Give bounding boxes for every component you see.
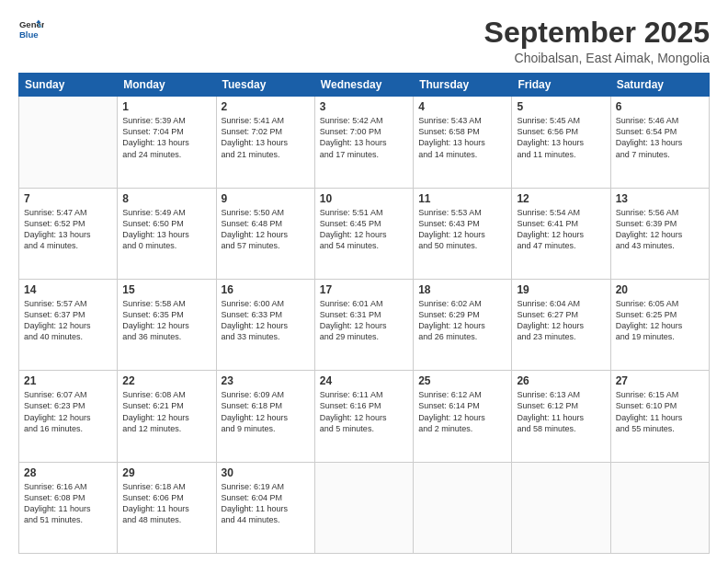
calendar-cell: 22Sunrise: 6:08 AM Sunset: 6:21 PM Dayli… xyxy=(118,371,216,462)
calendar-cell: 1Sunrise: 5:39 AM Sunset: 7:04 PM Daylig… xyxy=(118,97,216,188)
calendar-cell: 21Sunrise: 6:07 AM Sunset: 6:23 PM Dayli… xyxy=(19,371,118,462)
calendar-cell: 18Sunrise: 6:02 AM Sunset: 6:29 PM Dayli… xyxy=(414,279,512,370)
header: General Blue September 2025 Choibalsan, … xyxy=(18,17,710,65)
day-number: 2 xyxy=(222,100,310,113)
day-number: 28 xyxy=(24,466,112,479)
day-info: Sunrise: 6:08 AM Sunset: 6:21 PM Dayligh… xyxy=(122,389,210,434)
day-info: Sunrise: 6:15 AM Sunset: 6:10 PM Dayligh… xyxy=(616,389,704,434)
day-info: Sunrise: 6:11 AM Sunset: 6:16 PM Dayligh… xyxy=(320,389,408,434)
col-sunday: Sunday xyxy=(19,74,118,97)
day-info: Sunrise: 6:19 AM Sunset: 6:04 PM Dayligh… xyxy=(222,481,310,526)
logo: General Blue xyxy=(18,17,44,42)
logo-icon: General Blue xyxy=(18,17,44,42)
day-number: 5 xyxy=(517,100,605,113)
day-info: Sunrise: 5:56 AM Sunset: 6:39 PM Dayligh… xyxy=(616,207,704,252)
day-info: Sunrise: 6:16 AM Sunset: 6:08 PM Dayligh… xyxy=(24,481,112,526)
day-number: 24 xyxy=(320,374,408,387)
day-number: 16 xyxy=(222,283,310,296)
calendar-cell xyxy=(610,462,709,553)
day-number: 27 xyxy=(616,374,704,387)
calendar-cell: 7Sunrise: 5:47 AM Sunset: 6:52 PM Daylig… xyxy=(19,188,118,279)
calendar-cell xyxy=(314,462,413,553)
subtitle: Choibalsan, East Aimak, Mongolia xyxy=(484,51,710,65)
day-info: Sunrise: 5:51 AM Sunset: 6:45 PM Dayligh… xyxy=(320,207,408,252)
calendar-cell: 19Sunrise: 6:04 AM Sunset: 6:27 PM Dayli… xyxy=(512,279,610,370)
day-info: Sunrise: 5:53 AM Sunset: 6:43 PM Dayligh… xyxy=(418,207,506,252)
day-info: Sunrise: 6:18 AM Sunset: 6:06 PM Dayligh… xyxy=(122,481,210,526)
day-info: Sunrise: 5:41 AM Sunset: 7:02 PM Dayligh… xyxy=(222,115,310,160)
day-info: Sunrise: 6:02 AM Sunset: 6:29 PM Dayligh… xyxy=(418,298,506,343)
day-number: 30 xyxy=(222,466,310,479)
day-number: 4 xyxy=(418,100,506,113)
day-number: 10 xyxy=(320,192,408,205)
calendar-cell: 8Sunrise: 5:49 AM Sunset: 6:50 PM Daylig… xyxy=(118,188,216,279)
day-number: 6 xyxy=(616,100,704,113)
day-number: 25 xyxy=(418,374,506,387)
day-info: Sunrise: 5:58 AM Sunset: 6:35 PM Dayligh… xyxy=(122,298,210,343)
calendar-cell xyxy=(414,462,512,553)
day-info: Sunrise: 6:07 AM Sunset: 6:23 PM Dayligh… xyxy=(24,389,112,434)
day-number: 18 xyxy=(418,283,506,296)
calendar-cell: 12Sunrise: 5:54 AM Sunset: 6:41 PM Dayli… xyxy=(512,188,610,279)
day-number: 9 xyxy=(222,192,310,205)
day-number: 14 xyxy=(24,283,112,296)
calendar-cell: 28Sunrise: 6:16 AM Sunset: 6:08 PM Dayli… xyxy=(19,462,118,553)
day-info: Sunrise: 5:49 AM Sunset: 6:50 PM Dayligh… xyxy=(122,207,210,252)
calendar-cell: 4Sunrise: 5:43 AM Sunset: 6:58 PM Daylig… xyxy=(414,97,512,188)
calendar-cell: 10Sunrise: 5:51 AM Sunset: 6:45 PM Dayli… xyxy=(314,188,413,279)
title-area: September 2025 Choibalsan, East Aimak, M… xyxy=(484,17,710,65)
svg-text:General: General xyxy=(19,19,44,29)
day-info: Sunrise: 6:01 AM Sunset: 6:31 PM Dayligh… xyxy=(320,298,408,343)
col-wednesday: Wednesday xyxy=(314,74,413,97)
calendar-cell: 2Sunrise: 5:41 AM Sunset: 7:02 PM Daylig… xyxy=(216,97,314,188)
col-saturday: Saturday xyxy=(610,74,709,97)
week-row-2: 7Sunrise: 5:47 AM Sunset: 6:52 PM Daylig… xyxy=(19,188,710,279)
col-tuesday: Tuesday xyxy=(216,74,314,97)
calendar-cell: 9Sunrise: 5:50 AM Sunset: 6:48 PM Daylig… xyxy=(216,188,314,279)
day-info: Sunrise: 6:12 AM Sunset: 6:14 PM Dayligh… xyxy=(418,389,506,434)
calendar-cell: 6Sunrise: 5:46 AM Sunset: 6:54 PM Daylig… xyxy=(610,97,709,188)
day-info: Sunrise: 6:05 AM Sunset: 6:25 PM Dayligh… xyxy=(616,298,704,343)
day-number: 21 xyxy=(24,374,112,387)
calendar-cell: 20Sunrise: 6:05 AM Sunset: 6:25 PM Dayli… xyxy=(610,279,709,370)
week-row-5: 28Sunrise: 6:16 AM Sunset: 6:08 PM Dayli… xyxy=(19,462,710,553)
calendar-cell xyxy=(512,462,610,553)
day-number: 7 xyxy=(24,192,112,205)
col-thursday: Thursday xyxy=(414,74,512,97)
col-friday: Friday xyxy=(512,74,610,97)
day-number: 13 xyxy=(616,192,704,205)
day-info: Sunrise: 5:46 AM Sunset: 6:54 PM Dayligh… xyxy=(616,115,704,160)
day-info: Sunrise: 5:47 AM Sunset: 6:52 PM Dayligh… xyxy=(24,207,112,252)
day-number: 8 xyxy=(122,192,210,205)
week-row-3: 14Sunrise: 5:57 AM Sunset: 6:37 PM Dayli… xyxy=(19,279,710,370)
calendar-cell: 14Sunrise: 5:57 AM Sunset: 6:37 PM Dayli… xyxy=(19,279,118,370)
calendar-cell: 13Sunrise: 5:56 AM Sunset: 6:39 PM Dayli… xyxy=(610,188,709,279)
day-info: Sunrise: 5:45 AM Sunset: 6:56 PM Dayligh… xyxy=(517,115,605,160)
col-monday: Monday xyxy=(118,74,216,97)
calendar-table: Sunday Monday Tuesday Wednesday Thursday… xyxy=(18,73,710,554)
day-number: 12 xyxy=(517,192,605,205)
calendar-cell: 3Sunrise: 5:42 AM Sunset: 7:00 PM Daylig… xyxy=(314,97,413,188)
calendar-cell: 24Sunrise: 6:11 AM Sunset: 6:16 PM Dayli… xyxy=(314,371,413,462)
day-info: Sunrise: 5:50 AM Sunset: 6:48 PM Dayligh… xyxy=(222,207,310,252)
calendar-cell: 30Sunrise: 6:19 AM Sunset: 6:04 PM Dayli… xyxy=(216,462,314,553)
day-number: 11 xyxy=(418,192,506,205)
calendar-cell: 27Sunrise: 6:15 AM Sunset: 6:10 PM Dayli… xyxy=(610,371,709,462)
day-info: Sunrise: 5:39 AM Sunset: 7:04 PM Dayligh… xyxy=(122,115,210,160)
calendar-cell: 17Sunrise: 6:01 AM Sunset: 6:31 PM Dayli… xyxy=(314,279,413,370)
svg-text:Blue: Blue xyxy=(19,29,39,40)
calendar-body: 1Sunrise: 5:39 AM Sunset: 7:04 PM Daylig… xyxy=(19,97,710,554)
day-number: 15 xyxy=(122,283,210,296)
week-row-4: 21Sunrise: 6:07 AM Sunset: 6:23 PM Dayli… xyxy=(19,371,710,462)
day-info: Sunrise: 6:09 AM Sunset: 6:18 PM Dayligh… xyxy=(222,389,310,434)
calendar-cell: 29Sunrise: 6:18 AM Sunset: 6:06 PM Dayli… xyxy=(118,462,216,553)
day-info: Sunrise: 5:42 AM Sunset: 7:00 PM Dayligh… xyxy=(320,115,408,160)
day-number: 19 xyxy=(517,283,605,296)
calendar-cell: 5Sunrise: 5:45 AM Sunset: 6:56 PM Daylig… xyxy=(512,97,610,188)
header-row: Sunday Monday Tuesday Wednesday Thursday… xyxy=(19,74,710,97)
page: General Blue September 2025 Choibalsan, … xyxy=(0,0,728,563)
calendar-cell: 26Sunrise: 6:13 AM Sunset: 6:12 PM Dayli… xyxy=(512,371,610,462)
day-info: Sunrise: 5:43 AM Sunset: 6:58 PM Dayligh… xyxy=(418,115,506,160)
calendar-cell: 25Sunrise: 6:12 AM Sunset: 6:14 PM Dayli… xyxy=(414,371,512,462)
day-info: Sunrise: 5:54 AM Sunset: 6:41 PM Dayligh… xyxy=(517,207,605,252)
